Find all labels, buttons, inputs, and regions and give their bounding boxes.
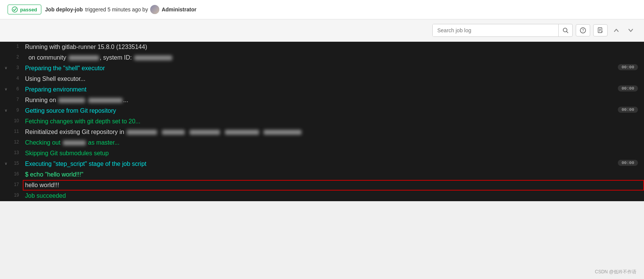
log-text: Getting source from Git repository — [23, 106, 618, 116]
log-text: Checking out XXXXXXXXXXXXXXXX as master.… — [23, 137, 644, 148]
log-gutter: 12 — [0, 137, 23, 147]
log-gutter: ∨15 — [0, 159, 23, 168]
status-badge: passed — [8, 5, 41, 14]
line-number: 13 — [11, 150, 19, 155]
redacted-text: XXXXXXXXXXXXXXXX — [225, 130, 259, 135]
log-row: ∨6Preparing environment00:00 — [0, 84, 644, 95]
svg-text:?: ? — [582, 28, 584, 33]
username: Administrator — [162, 6, 196, 13]
redacted-text: XXXXXXXXXXXXXXXX — [69, 55, 99, 60]
line-number: 10 — [11, 118, 19, 123]
search-input[interactable] — [433, 24, 558, 36]
log-row: ∨15Executing "step_script" stage of the … — [0, 159, 644, 169]
log-gutter: ∨3 — [0, 63, 23, 72]
search-wrapper — [432, 24, 573, 37]
line-number: 17 — [11, 182, 19, 187]
redacted-text: XXXXXXXXXXXXXXXX — [162, 130, 185, 135]
redacted-text: XXXXXXXXXXXXXXXX — [190, 130, 220, 135]
redacted-text: XXXXXXXXXXXXXXXX — [127, 130, 157, 135]
log-container: 1Running with gitlab-runner 15.8.0 (1233… — [0, 42, 644, 201]
chevron-icon[interactable]: ∨ — [5, 87, 9, 91]
help-button[interactable]: ? — [576, 24, 590, 36]
scroll-down-button[interactable] — [625, 25, 636, 36]
time-badge: 00:00 — [618, 85, 638, 91]
line-number: 3 — [11, 65, 19, 70]
line-number: 4 — [11, 76, 19, 81]
raw-log-button[interactable] — [593, 24, 608, 36]
svg-point-0 — [12, 7, 17, 12]
line-number: 2 — [11, 54, 19, 60]
log-text: Fetching changes with git depth set to 2… — [23, 116, 644, 127]
log-text: hello world!!! — [23, 180, 644, 191]
redacted-text: XXXXXXXXXXXXXXXX — [134, 55, 172, 60]
log-gutter: 10 — [0, 116, 23, 125]
log-gutter: 17 — [0, 180, 23, 189]
log-text: Preparing the "shell" executor — [23, 63, 618, 74]
log-gutter: 16 — [0, 169, 23, 178]
watermark: CSDN @低吟不作语 — [595, 269, 636, 275]
line-number: 19 — [11, 192, 19, 198]
search-button[interactable] — [558, 24, 572, 36]
log-text: Executing "step_script" stage of the job… — [23, 159, 618, 169]
log-gutter: 7 — [0, 95, 23, 104]
log-text: Using Shell executor... — [23, 74, 644, 84]
log-row: ∨9Getting source from Git repository00:0… — [0, 106, 644, 116]
log-text: Reinitialized existing Git repository in… — [23, 127, 644, 137]
chevron-icon[interactable]: ∨ — [5, 161, 9, 166]
log-row: 2 on community XXXXXXXXXXXXXXXX, system … — [0, 52, 644, 63]
avatar-image — [150, 5, 159, 14]
log-row: 11Reinitialized existing Git repository … — [0, 127, 644, 137]
log-row: 7Running on XXXXXXXXXXXXXXXX XXXXXXXXXXX… — [0, 95, 644, 106]
log-gutter: 13 — [0, 148, 23, 157]
time-badge: 00:00 — [618, 107, 638, 113]
line-number: 11 — [11, 129, 19, 134]
svg-line-2 — [567, 32, 568, 33]
search-icon — [562, 27, 569, 33]
log-gutter: 4 — [0, 74, 23, 83]
log-gutter: 1 — [0, 42, 23, 51]
redacted-text: XXXXXXXXXXXXXXXX — [264, 130, 302, 135]
log-row: 4Using Shell executor... — [0, 74, 644, 84]
chevron-icon[interactable]: ∨ — [5, 108, 9, 112]
trigger-text: triggered 5 minutes ago by — [85, 6, 148, 13]
log-text: Running with gitlab-runner 15.8.0 (12335… — [23, 42, 644, 52]
time-badge-wrapper: 00:00 — [618, 159, 644, 167]
redacted-text: XXXXXXXXXXXXXXXX — [88, 98, 123, 103]
line-number: 9 — [11, 107, 19, 113]
log-gutter: ∨9 — [0, 106, 23, 115]
chevron-icon[interactable]: ∨ — [5, 66, 9, 70]
log-row: 13Skipping Git submodules setup — [0, 148, 644, 159]
log-row: 16$ echo "hello world!!!" — [0, 169, 644, 180]
log-text: Preparing environment — [23, 84, 618, 95]
log-text: Running on XXXXXXXXXXXXXXXX XXXXXXXXXXXX… — [23, 95, 644, 106]
log-row: 19Job succeeded — [0, 191, 644, 201]
time-badge-wrapper: 00:00 — [618, 106, 644, 114]
log-gutter: ∨6 — [0, 84, 23, 93]
log-lines: 1Running with gitlab-runner 15.8.0 (1233… — [0, 42, 644, 201]
time-badge: 00:00 — [618, 160, 638, 166]
log-row: ∨3Preparing the "shell" executor00:00 — [0, 63, 644, 74]
log-row: 1Running with gitlab-runner 15.8.0 (1233… — [0, 42, 644, 52]
scroll-up-button[interactable] — [611, 25, 622, 36]
log-text: Job succeeded — [23, 191, 644, 201]
help-icon: ? — [580, 27, 586, 33]
job-info: Job deploy-job triggered 5 minutes ago b… — [45, 5, 196, 14]
chevron-down-icon — [627, 27, 634, 34]
log-gutter: 19 — [0, 191, 23, 200]
toolbar: ? — [0, 19, 644, 42]
log-text: on community XXXXXXXXXXXXXXXX, system ID… — [23, 52, 644, 63]
log-gutter: 11 — [0, 127, 23, 136]
job-name: Job deploy-job — [45, 6, 83, 13]
time-badge-wrapper: 00:00 — [618, 63, 644, 71]
redacted-text: XXXXXXXXXXXXXXXX — [63, 140, 86, 145]
log-row: 17hello world!!! — [0, 180, 644, 191]
chevron-up-icon — [613, 27, 620, 34]
log-row: 12Checking out XXXXXXXXXXXXXXXX as maste… — [0, 137, 644, 148]
log-text: Skipping Git submodules setup — [23, 148, 644, 159]
log-text: $ echo "hello world!!!" — [23, 169, 644, 180]
log-row: 10Fetching changes with git depth set to… — [0, 116, 644, 127]
line-number: 15 — [11, 161, 19, 166]
document-icon — [597, 27, 603, 33]
check-icon — [12, 6, 18, 13]
time-badge-wrapper: 00:00 — [618, 84, 644, 93]
